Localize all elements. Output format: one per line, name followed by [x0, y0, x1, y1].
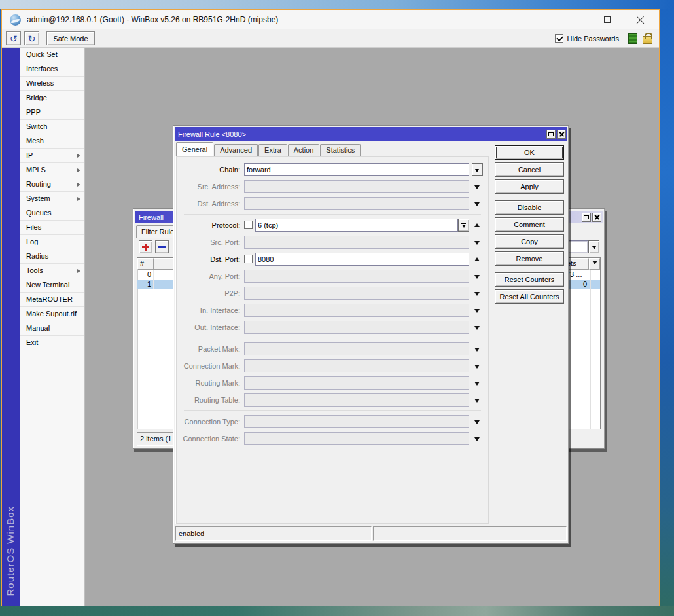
sidebar-item[interactable]: Switch [20, 120, 84, 134]
expand-down-arrow-icon[interactable] [474, 185, 480, 192]
minimize-button[interactable] [569, 14, 580, 26]
redo-button[interactable] [24, 31, 39, 45]
header-filter-button[interactable] [589, 258, 600, 270]
sidebar-item[interactable]: Quick Set [20, 48, 84, 62]
expand-down-arrow-icon[interactable] [474, 420, 480, 427]
sidebar-item[interactable]: Exit [20, 336, 84, 350]
dialog-button[interactable]: Comment [495, 217, 564, 232]
expand-down-arrow-icon[interactable] [474, 292, 480, 299]
field-label: In. Interface: [176, 306, 240, 314]
sidebar-item[interactable]: Queues [20, 206, 84, 221]
close-button[interactable] [634, 14, 646, 26]
combo-dropdown-button[interactable] [458, 219, 469, 232]
field-input[interactable] [244, 180, 469, 193]
sidebar-item[interactable]: Mesh [20, 134, 84, 149]
expand-down-arrow-icon[interactable] [474, 365, 480, 371]
expand-down-arrow-icon[interactable] [474, 399, 480, 405]
sidebar-item[interactable]: Wireless [20, 77, 84, 91]
dialog-button[interactable]: Reset All Counters [495, 289, 564, 304]
combo-dropdown-button[interactable] [472, 163, 483, 176]
collapse-up-arrow-icon[interactable] [474, 221, 480, 227]
rule-number-cell: 1 [137, 280, 154, 289]
sidebar-item[interactable]: Files [20, 221, 84, 235]
field-input[interactable] [244, 304, 469, 317]
field-input[interactable] [244, 287, 469, 300]
dialog-maximize-button[interactable] [546, 130, 556, 139]
expand-down-arrow-icon[interactable] [474, 275, 480, 281]
expand-down-arrow-icon[interactable] [474, 202, 480, 209]
field-input[interactable] [244, 321, 469, 334]
firewall-maximize-button[interactable] [582, 213, 591, 222]
sidebar-item[interactable]: Interfaces [20, 62, 84, 77]
field-input[interactable] [244, 359, 469, 372]
form-row: Packet Mark: [176, 342, 485, 355]
sidebar-item[interactable]: Radius [20, 249, 84, 264]
dialog-tab[interactable]: General [176, 142, 213, 156]
remove-rule-button[interactable] [155, 240, 169, 253]
sidebar-item[interactable]: Manual [20, 321, 84, 336]
sidebar-item-label: Routing [26, 177, 77, 191]
field-checkbox[interactable] [244, 221, 253, 229]
dialog-button[interactable]: Apply [495, 179, 564, 194]
expand-down-arrow-icon[interactable] [474, 326, 480, 333]
dialog-tab[interactable]: Extra [258, 144, 287, 156]
expand-down-arrow-icon[interactable] [474, 348, 480, 354]
dialog-button[interactable]: Cancel [495, 162, 564, 177]
field-input[interactable]: 6 (tcp) [255, 219, 458, 232]
maximize-button[interactable] [601, 14, 613, 26]
sidebar-item[interactable]: PPP [20, 105, 84, 120]
sidebar-item[interactable]: Routing [20, 177, 84, 192]
dialog-button[interactable]: Reset Counters [495, 272, 564, 287]
sidebar-item-label: Manual [26, 321, 80, 335]
field-checkbox[interactable] [244, 255, 253, 263]
dialog-button[interactable]: Copy [495, 234, 564, 249]
safe-mode-button[interactable]: Safe Mode [46, 31, 95, 45]
field-input[interactable] [244, 197, 469, 210]
chain-filter-dropdown-button[interactable] [588, 240, 599, 253]
dialog-tab[interactable]: Statistics [320, 144, 361, 156]
undo-button[interactable] [6, 31, 21, 45]
field-input[interactable] [244, 342, 469, 355]
dialog-titlebar[interactable]: Firewall Rule <8080> [175, 127, 567, 141]
sidebar-item[interactable]: MPLS [20, 163, 84, 177]
field-input[interactable] [244, 376, 469, 390]
sidebar-item-label: IP [26, 149, 77, 162]
firewall-close-button[interactable] [592, 213, 601, 222]
dialog-tab[interactable]: Action [288, 144, 320, 156]
minimize-icon [571, 20, 578, 20]
sidebar-item[interactable]: Tools [20, 264, 84, 278]
field-input[interactable] [244, 270, 469, 283]
dialog-tabs: General Advanced Extra Action Statistics [176, 143, 361, 156]
dialog-button[interactable]: OK [495, 145, 564, 160]
sidebar-item[interactable]: Bridge [20, 91, 84, 105]
sidebar-item-label: Switch [26, 120, 80, 134]
add-rule-button[interactable] [139, 240, 152, 253]
sidebar-item[interactable]: Make Supout.rif [20, 307, 84, 321]
expand-down-arrow-icon[interactable] [474, 309, 480, 316]
dialog-tab[interactable]: Advanced [214, 144, 258, 156]
column-header-number[interactable]: # [137, 258, 154, 270]
dialog-button[interactable]: Disable [495, 200, 564, 215]
sidebar-item[interactable]: IP [20, 149, 84, 163]
dialog-button[interactable]: Remove [495, 251, 564, 266]
field-input[interactable]: 8080 [255, 253, 469, 266]
collapse-up-arrow-icon[interactable] [474, 255, 480, 261]
field-input[interactable]: forward [244, 163, 469, 176]
field-input[interactable] [244, 393, 469, 407]
sidebar-item[interactable]: Log [20, 235, 84, 249]
field-input[interactable] [244, 415, 469, 428]
firewall-rule-dialog[interactable]: Firewall Rule <8080> General Advanced Ex… [173, 125, 569, 544]
field-input[interactable] [244, 236, 469, 249]
expand-down-arrow-icon[interactable] [474, 382, 480, 388]
expand-down-arrow-icon[interactable] [474, 241, 480, 247]
sidebar-item[interactable]: System [20, 192, 84, 206]
main-toolbar: Safe Mode Hide Passwords [2, 29, 659, 48]
main-titlebar[interactable]: admin@192.168.0.1 (Goott) - WinBox v5.26… [2, 10, 659, 29]
expand-down-arrow-icon[interactable] [474, 437, 480, 444]
field-input[interactable] [244, 432, 469, 445]
hide-passwords-checkbox[interactable] [555, 34, 563, 43]
sidebar-item[interactable]: New Terminal [20, 278, 84, 293]
dialog-close-button[interactable] [557, 130, 566, 139]
maximize-icon [548, 132, 554, 136]
sidebar-item[interactable]: MetaROUTER [20, 293, 84, 307]
